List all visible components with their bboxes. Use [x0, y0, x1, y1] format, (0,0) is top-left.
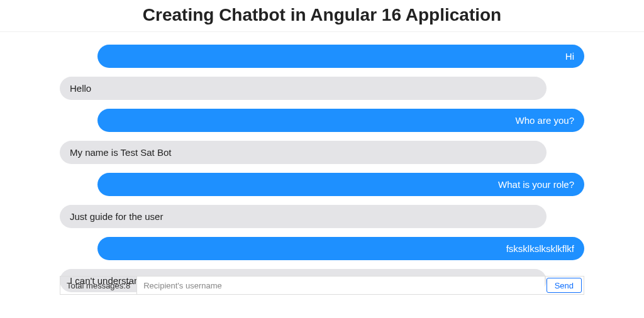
message-bot: Just guide for the user — [60, 205, 547, 228]
total-messages-count: 8 — [126, 281, 130, 290]
message-user: Who are you? — [97, 109, 584, 132]
message-bot: Hello — [60, 77, 547, 100]
message-user: What is your role? — [97, 173, 584, 196]
message-input[interactable] — [137, 277, 544, 294]
message-user: fsksklkslksklkflkf — [97, 237, 584, 260]
page-title: Creating Chatbot in Angular 16 Applicati… — [0, 0, 644, 32]
chat-message-list: Hi Hello Who are you? My name is Test Sa… — [0, 32, 644, 292]
total-messages-label: Total messages: 8 — [60, 277, 137, 294]
message-bot: My name is Test Sat Bot — [60, 141, 547, 164]
total-messages-prefix: Total messages: — [67, 281, 126, 290]
send-button[interactable]: Send — [547, 278, 582, 293]
compose-bar: Total messages: 8 Send — [60, 276, 584, 295]
message-user: Hi — [97, 45, 584, 68]
